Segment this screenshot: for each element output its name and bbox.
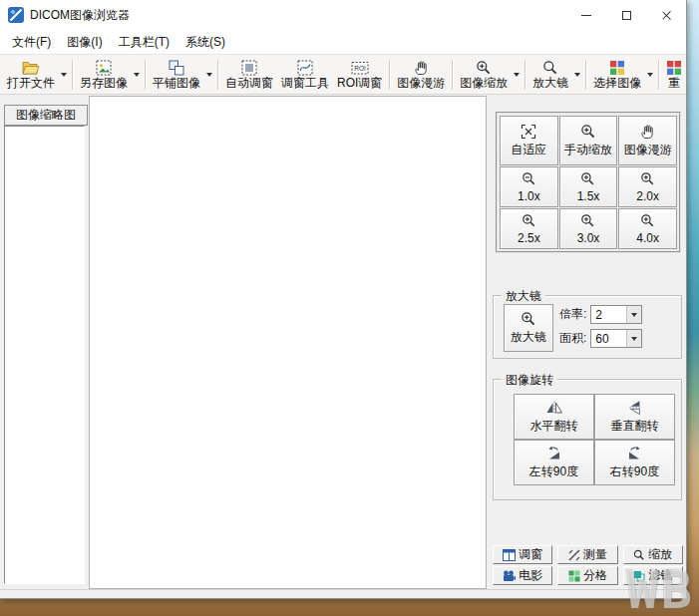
toolbar-tile-image-dropdown[interactable] [204,69,214,81]
toolbar-roi-window-button[interactable]: ROI ROI调窗 [333,58,386,92]
close-icon [661,10,672,21]
toolbar-auto-window-label: 自动调窗 [225,77,273,90]
maximize-button[interactable] [606,0,646,30]
pan-mode-button[interactable]: 图像漫游 [618,116,677,165]
save-image-icon [96,60,112,76]
thumbnail-tab[interactable]: 图像缩略图 [4,105,88,126]
rotate-right-90-button[interactable]: 右转90度 [594,440,675,485]
rotate-right-icon [626,446,643,462]
ratio-label: 倍率: [559,306,586,323]
mode-cine-button[interactable]: 电影 [493,566,552,585]
close-button[interactable] [646,0,686,30]
zoom-2-5x-button[interactable]: 2.5x [500,208,558,249]
toolbar-image-pan-button[interactable]: 图像漫游 [393,58,449,92]
mode-cine-label: 电影 [519,567,542,584]
toolbar-select-image-label: 选择图像 [593,77,641,90]
area-label: 面积: [559,330,586,347]
rotate-right-90-label: 右转90度 [610,463,659,480]
minimize-button[interactable] [566,0,606,30]
ratio-row: 倍率: 2 [559,305,642,324]
select-image-grid-icon [609,60,625,76]
pan-mode-label: 图像漫游 [624,142,672,158]
magnifier-tool-button[interactable]: 放大镜 [504,304,553,352]
zoom-in-icon [640,213,655,229]
toolbar-magnifier-button[interactable]: 放大镜 [528,58,572,92]
flip-horizontal-label: 水平翻转 [530,418,578,435]
toolbar-image-zoom-button[interactable]: 图像缩放 [456,58,512,92]
toolbar-image-zoom-dropdown[interactable] [512,69,522,81]
fit-to-window-button[interactable]: 自适应 [500,116,558,165]
mode-button-grid: 调窗 测量 缩放 电影 分格 [493,545,683,585]
toolbar-separator [524,60,525,90]
menu-system[interactable]: 系统(S) [177,30,233,55]
toolbar-select-image-dropdown[interactable] [645,69,655,81]
toolbar-select-image-button[interactable]: 选择图像 [589,58,645,92]
ratio-value: 2 [591,306,626,323]
toolbar-tile-image-button[interactable]: 平铺图像 [149,58,204,92]
flip-vertical-icon [628,400,642,416]
zoom-1x-label: 1.0x [518,189,540,203]
mode-filter-button[interactable]: 滤镜 [623,566,683,585]
mode-zoom-label: 缩放 [648,546,672,563]
zoom-1-5x-button[interactable]: 1.5x [559,166,618,207]
rotate-left-90-label: 左转90度 [529,463,578,480]
mode-grid-split-button[interactable]: 分格 [557,566,617,585]
flip-vertical-button[interactable]: 垂直翻转 [594,394,675,440]
mode-measure-button[interactable]: 测量 [557,545,617,564]
mode-window-level-button[interactable]: 调窗 [493,545,552,564]
reset-grid-icon [666,60,682,76]
area-select[interactable]: 60 [590,329,642,348]
manual-zoom-button[interactable]: 手动缩放 [559,116,618,165]
area-select-arrow[interactable] [626,330,641,347]
chevron-down-icon [206,73,212,77]
window-controls [566,0,686,30]
status-bar [0,589,686,599]
open-folder-icon [22,60,40,76]
toolbar-window-tool-button[interactable]: 调窗工具 [277,58,333,92]
chevron-down-icon [574,73,580,77]
chevron-down-icon [647,73,653,77]
magnifier-group-title: 放大镜 [502,288,545,305]
toolbar-auto-window-button[interactable]: 自动调窗 [221,58,277,92]
toolbar-save-image-dropdown[interactable] [132,69,142,81]
svg-text:ROI: ROI [354,65,366,72]
toolbar-separator [585,60,586,90]
ratio-select[interactable]: 2 [590,305,642,324]
thumbnail-tab-label: 图像缩略图 [16,107,76,124]
zoom-in-icon [522,213,536,229]
zoom-in-icon [580,171,595,187]
zoom-1x-button[interactable]: 1.0x [500,166,558,207]
toolbar-open-file-button[interactable]: 打开文件 [3,58,59,92]
rotate-left-90-button[interactable]: 左转90度 [514,440,594,485]
image-view-area[interactable] [89,96,487,589]
rotation-group-title: 图像旋转 [502,372,557,389]
cine-icon [503,570,516,582]
toolbar-magnifier-dropdown[interactable] [572,69,582,81]
toolbar: 打开文件 另存图像 平铺图像 [0,55,686,95]
zoom-out-icon [522,171,536,187]
chevron-down-icon [61,73,67,77]
zoom-1-5x-label: 1.5x [577,189,600,203]
toolbar-window-tool-label: 调窗工具 [281,77,329,90]
minimize-icon [581,15,591,16]
menu-file[interactable]: 文件(F) [4,30,59,55]
menu-image[interactable]: 图像(I) [59,30,110,55]
toolbar-save-image-button[interactable]: 另存图像 [76,58,132,92]
flip-horizontal-button[interactable]: 水平翻转 [514,394,594,440]
menu-bar: 文件(F) 图像(I) 工具栏(T) 系统(S) [0,30,686,55]
toolbar-open-file-dropdown[interactable] [59,69,69,81]
zoom-3x-button[interactable]: 3.0x [559,208,618,249]
chevron-down-icon [514,73,520,77]
toolbar-reset-button[interactable]: 重 [662,58,686,92]
thumbnail-panel[interactable] [4,126,85,584]
zoom-4x-button[interactable]: 4.0x [618,208,677,249]
mode-zoom-button[interactable]: 缩放 [623,545,683,564]
zoom-2x-button[interactable]: 2.0x [618,166,677,207]
menu-toolbar[interactable]: 工具栏(T) [111,30,177,55]
zoom-2-5x-label: 2.5x [518,231,540,245]
zoom-in-icon [476,60,492,76]
toolbar-magnifier-label: 放大镜 [532,77,568,90]
ratio-select-arrow[interactable] [626,306,641,323]
toolbar-separator [389,60,390,90]
toolbar-reset-label: 重 [668,77,680,90]
